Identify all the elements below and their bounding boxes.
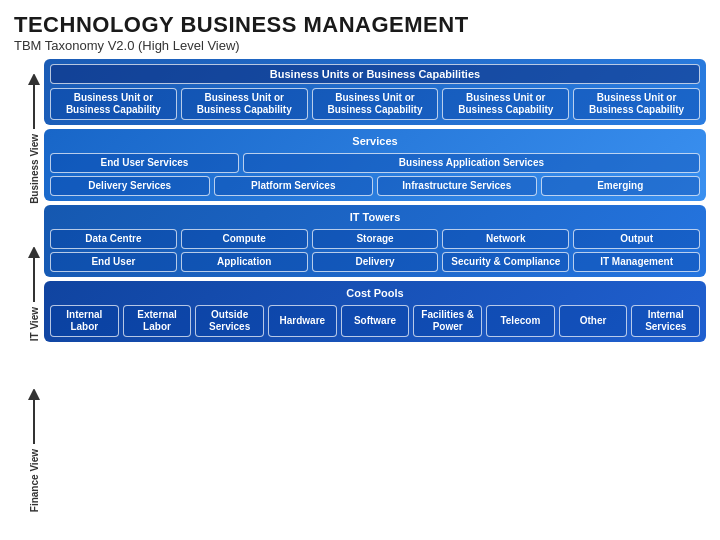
bv-card-3: Business Unit or Business Capability xyxy=(312,88,439,120)
page-title: TECHNOLOGY BUSINESS MANAGEMENT xyxy=(14,12,706,38)
page: TECHNOLOGY BUSINESS MANAGEMENT TBM Taxon… xyxy=(0,0,720,540)
external-labor-card: External Labor xyxy=(123,305,192,337)
towers-rows: Data Centre Compute Storage Network Outp… xyxy=(50,229,700,272)
business-view-axis: Business View xyxy=(14,61,40,217)
it-view-axis: IT View xyxy=(14,217,40,373)
security-compliance-card: Security & Compliance xyxy=(442,252,569,272)
hardware-card: Hardware xyxy=(268,305,337,337)
towers-row2: End User Application Delivery Security &… xyxy=(50,252,700,272)
other-card: Other xyxy=(559,305,628,337)
delivery-services-card: Delivery Services xyxy=(50,176,210,196)
bv-card-5: Business Unit or Business Capability xyxy=(573,88,700,120)
bv-card-2: Business Unit or Business Capability xyxy=(181,88,308,120)
services-rows: End User Services Business Application S… xyxy=(50,153,700,196)
subtitle: TBM Taxonomy V2.0 (High Level View) xyxy=(14,38,706,53)
outside-services-card: Outside Services xyxy=(195,305,264,337)
internal-labor-card: Internal Labor xyxy=(50,305,119,337)
it-view-label: IT View xyxy=(29,307,40,341)
network-card: Network xyxy=(442,229,569,249)
cost-pools-row: Internal Labor External Labor Outside Se… xyxy=(50,305,700,337)
business-app-services-card: Business Application Services xyxy=(243,153,700,173)
up-arrow-icon xyxy=(28,74,40,134)
software-card: Software xyxy=(341,305,410,337)
it-towers-header: IT Towers xyxy=(50,210,700,225)
cost-pools-header: Cost Pools xyxy=(50,286,700,301)
it-management-card: IT Management xyxy=(573,252,700,272)
services-header: Services xyxy=(50,134,700,149)
facilities-power-card: Facilities & Power xyxy=(413,305,482,337)
services-section: Services End User Services Business Appl… xyxy=(44,129,706,201)
finance-view-label: Finance View xyxy=(29,449,40,512)
towers-row1: Data Centre Compute Storage Network Outp… xyxy=(50,229,700,249)
business-view-section: Business Units or Business Capabilities … xyxy=(44,59,706,125)
compute-card: Compute xyxy=(181,229,308,249)
axis-labels: Business View IT View xyxy=(14,59,44,532)
infrastructure-services-card: Infrastructure Services xyxy=(377,176,537,196)
output-card: Output xyxy=(573,229,700,249)
finance-view-axis: Finance View xyxy=(14,372,40,528)
up-arrow-icon-3 xyxy=(28,389,40,449)
application-card: Application xyxy=(181,252,308,272)
bv-card-4: Business Unit or Business Capability xyxy=(442,88,569,120)
services-row1: End User Services Business Application S… xyxy=(50,153,700,173)
storage-card: Storage xyxy=(312,229,439,249)
data-centre-card: Data Centre xyxy=(50,229,177,249)
business-units-header: Business Units or Business Capabilities xyxy=(50,64,700,84)
business-view-label: Business View xyxy=(29,134,40,204)
business-cards-row: Business Unit or Business Capability Bus… xyxy=(50,88,700,120)
internal-services-card: Internal Services xyxy=(631,305,700,337)
platform-services-card: Platform Services xyxy=(214,176,374,196)
cost-pools-section: Cost Pools Internal Labor External Labor… xyxy=(44,281,706,342)
emerging-card: Emerging xyxy=(541,176,701,196)
bv-card-1: Business Unit or Business Capability xyxy=(50,88,177,120)
up-arrow-icon-2 xyxy=(28,247,40,307)
telecom-card: Telecom xyxy=(486,305,555,337)
it-towers-section: IT Towers Data Centre Compute Storage Ne… xyxy=(44,205,706,277)
end-user-services-card: End User Services xyxy=(50,153,239,173)
delivery-card: Delivery xyxy=(312,252,439,272)
services-row2: Delivery Services Platform Services Infr… xyxy=(50,176,700,196)
end-user-card: End User xyxy=(50,252,177,272)
diagram: Business Units or Business Capabilities … xyxy=(44,59,706,532)
